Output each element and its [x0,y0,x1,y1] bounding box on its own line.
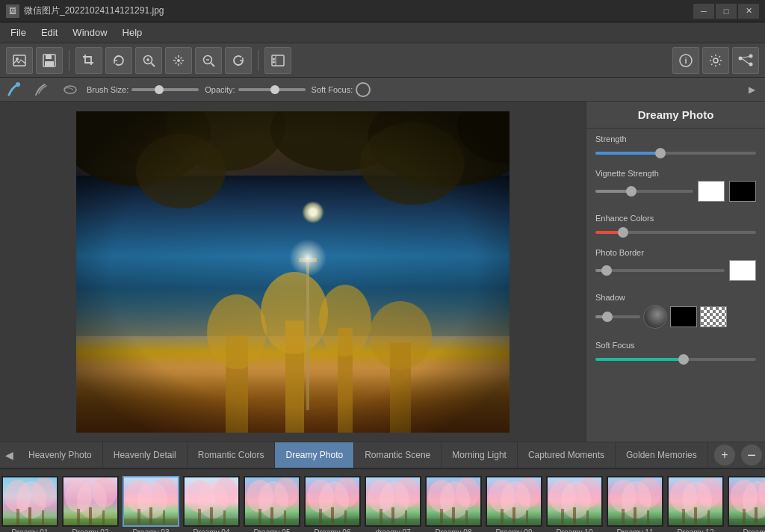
thumb-label-dreamy-02: Dreamy 02 [62,528,119,532]
rotate-button[interactable] [105,47,132,74]
menu-help[interactable]: Help [115,24,150,41]
thumbnail-dreamy-13[interactable]: Dreamy [726,476,765,532]
thumb-label-dreamy-09: Dreamy 09 [486,528,542,532]
vignette-black-swatch[interactable] [729,181,756,202]
maximize-button[interactable]: □ [716,4,737,19]
thumb-label-dreamy-12: Dreamy 12 [667,528,724,532]
open-photo-button[interactable] [6,47,33,74]
thumbnail-dreamy-08[interactable]: Dreamy 08 [424,476,483,532]
thumb-svg-1 [64,477,119,527]
thumb-label-dreamy-08: Dreamy 08 [425,528,482,532]
photo-border-slider[interactable] [595,269,725,272]
tab-romantic-colors[interactable]: Romantic Colors [188,442,276,468]
thumbnail-dreamy-12[interactable]: Dreamy 12 [666,476,725,532]
thumbnail-dreamy-09[interactable]: Dreamy 09 [484,476,544,532]
thumbnail-dreamy-06[interactable]: Dreamy 06 [303,476,362,532]
tabs-scroll-left[interactable]: ◀ [0,442,18,468]
thumbnail-dreamy-05[interactable]: Dreamy 05 [242,476,302,532]
more-button[interactable]: ▶ [744,82,759,97]
enhance-colors-row: Enhance Colors [586,208,765,242]
thumb-svg-11 [669,477,724,527]
thumbnail-dreamy-01[interactable]: Dreamy 01 [0,476,60,532]
vignette-slider[interactable] [595,190,693,193]
add-filter-button[interactable]: + [714,445,735,466]
zoom-out-button[interactable] [195,47,222,74]
pan-button[interactable] [165,47,192,74]
svg-point-21 [749,54,753,58]
thumb-svg-9 [548,477,603,527]
info-button[interactable]: i [672,47,699,74]
tab-heavenly-detail[interactable]: Heavenly Detail [103,442,188,468]
thumbnail-dreamy-07[interactable]: dreamy 07 [363,476,423,532]
strength-row: Strength [586,129,765,163]
remove-filter-button[interactable]: − [741,445,762,466]
tab-dreamy-photo[interactable]: Dreamy Photo [275,442,354,468]
soft-focus-container: Soft Focus: [312,82,371,97]
main-toolbar: i [0,43,765,78]
vignette-white-swatch[interactable] [698,181,725,202]
brush-tool-2[interactable] [33,81,54,98]
opacity-slider[interactable] [238,88,306,91]
thumb-label-dreamy-06: Dreamy 06 [304,528,361,532]
brush-tool-1[interactable] [6,81,27,98]
settings-button[interactable] [702,47,729,74]
export-button[interactable] [264,47,291,74]
photo-icon [12,53,27,68]
photo-canvas [76,111,510,433]
save-button[interactable] [36,47,63,74]
thumbnail-dreamy-02[interactable]: Dreamy 02 [61,476,120,532]
tab-romantic-scene[interactable]: Romantic Scene [354,442,442,468]
enhance-colors-slider[interactable] [595,231,756,234]
svg-point-19 [713,58,718,63]
menu-edit[interactable]: Edit [34,24,65,41]
strength-slider[interactable] [595,152,756,155]
canvas-area[interactable] [0,102,586,442]
thumbnail-strip[interactable]: Dreamy 01 Dreamy 02 Dreamy 03 Dreamy 04 [0,468,765,532]
thumbnail-dreamy-04[interactable]: Dreamy 04 [182,476,241,532]
crop-button[interactable] [75,47,102,74]
close-button[interactable]: ✕ [738,4,759,19]
brush-tool-3[interactable] [60,81,81,98]
minimize-button[interactable]: ─ [693,4,714,19]
svg-line-6 [152,63,155,66]
soft-focus-slider[interactable] [595,358,756,361]
shadow-slider[interactable] [595,315,640,318]
tab-morning-light[interactable]: Morning Light [442,442,518,468]
info-icon: i [678,53,693,68]
brush-size-slider[interactable] [131,88,199,91]
title-bar: 🖼 微信图片_20221024114121291.jpg ─ □ ✕ [0,0,765,22]
svg-rect-13 [272,55,284,66]
shadow-black-swatch[interactable] [670,306,697,327]
photo-border-label: Photo Border [595,248,756,257]
svg-point-9 [177,59,180,62]
svg-rect-0 [13,55,25,66]
svg-rect-3 [46,55,52,59]
thumbnail-dreamy-10[interactable]: Dreamy 10 [545,476,604,532]
secondary-toolbar: Brush Size: Opacity: Soft Focus: ▶ [0,78,765,102]
tab-heavenly-photo[interactable]: Heavenly Photo [18,442,103,468]
shadow-pattern-swatch[interactable] [700,306,727,327]
thumbnail-dreamy-03[interactable]: Dreamy 03 [121,476,181,532]
photo-border-swatch[interactable] [729,260,756,281]
filter-tabs: ◀ Heavenly Photo Heavenly Detail Romanti… [0,442,765,468]
zoom-in-button[interactable] [135,47,162,74]
right-panel: Dreamy Photo Strength Vignette Strength … [586,102,765,442]
tab-captured-moments[interactable]: Captured Moments [518,442,616,468]
svg-rect-83 [245,519,300,527]
tab-golden-memories[interactable]: Golden Memories [616,442,708,468]
menu-window[interactable]: Window [65,24,114,41]
svg-rect-4 [45,61,54,66]
svg-point-1 [16,58,19,61]
thumb-svg-12 [729,477,765,527]
settings-icon [708,53,723,68]
zoom-in-icon [141,53,156,68]
pan-icon [171,53,186,68]
menu-file[interactable]: File [3,24,34,41]
redo-button[interactable] [225,47,252,74]
shadow-controls [595,305,756,329]
thumbnail-dreamy-11[interactable]: Dreamy 11 [605,476,665,532]
vignette-controls [595,181,756,202]
thumb-svg-2 [124,477,179,527]
thumb-svg-7 [427,477,482,527]
share-button[interactable] [732,47,759,74]
